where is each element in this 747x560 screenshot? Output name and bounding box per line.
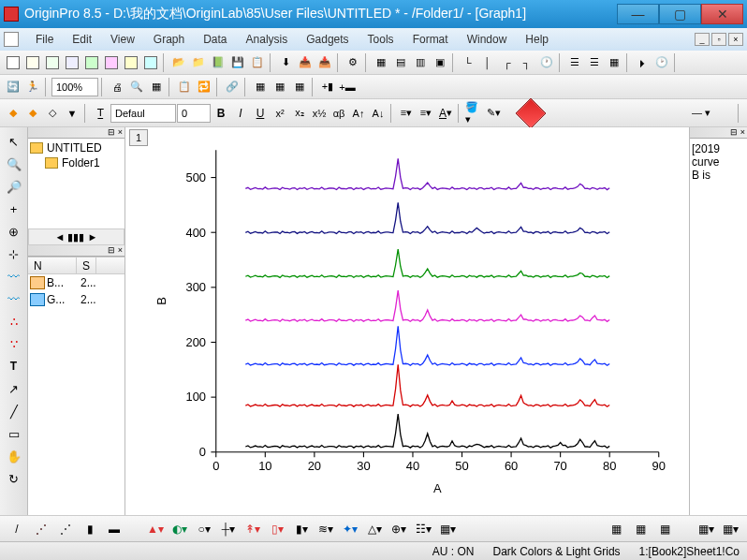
theme1-button[interactable]: ◆: [4, 104, 22, 123]
graph-window[interactable]: 1 01020304050607080900100200300400500AB: [125, 127, 689, 515]
subscript-button[interactable]: x₂: [290, 104, 309, 123]
addcol-button[interactable]: +▮: [318, 78, 337, 96]
run-button[interactable]: 🏃: [23, 78, 42, 96]
linestyle-combo[interactable]: — ▾: [688, 104, 735, 123]
link-button[interactable]: ▦: [605, 53, 623, 72]
smith-plot-button[interactable]: ⊕▾: [389, 520, 408, 538]
layout4-button[interactable]: ▣: [431, 53, 449, 72]
save-button[interactable]: 💾: [228, 53, 247, 72]
menu-data[interactable]: Data: [194, 30, 236, 49]
extract-button[interactable]: ☰: [585, 53, 604, 72]
axis-right-button[interactable]: ┐: [518, 53, 536, 72]
pie-plot-button[interactable]: ◐▾: [170, 520, 189, 538]
wks1-button[interactable]: ▦: [251, 78, 270, 96]
template4-button[interactable]: ▦▾: [696, 520, 715, 538]
bar-plot-button[interactable]: ▬: [105, 520, 124, 538]
valign-button[interactable]: ≡▾: [417, 104, 435, 123]
layout1-button[interactable]: ▦: [372, 53, 390, 72]
font-combo[interactable]: Defaul: [110, 104, 176, 123]
open-template-button[interactable]: 📁: [189, 53, 208, 72]
listview-header-close[interactable]: ⊟ ×: [28, 245, 124, 257]
recalc-button[interactable]: 🔁: [195, 78, 213, 96]
scatter-plot-button[interactable]: ⋰: [32, 520, 51, 538]
new-project-button[interactable]: [4, 53, 22, 72]
import-multi-button[interactable]: 📥: [315, 53, 334, 72]
region-tool[interactable]: ∵: [4, 333, 24, 354]
zoomin-tool[interactable]: 🔍: [4, 154, 24, 174]
axis-bottom-button[interactable]: └: [459, 53, 477, 72]
list-row-graph[interactable]: G...2...: [28, 291, 124, 308]
axis-top-button[interactable]: ┌: [498, 53, 517, 72]
close-button[interactable]: ✕: [701, 4, 743, 24]
zoomout-tool[interactable]: 🔎: [4, 176, 24, 197]
column-plot-button[interactable]: ▮: [81, 520, 99, 538]
fontsize-combo[interactable]: 0: [177, 104, 211, 123]
page-tab-1[interactable]: 1: [129, 129, 148, 146]
theme4-button[interactable]: ▼: [63, 104, 81, 123]
fillcolor-button[interactable]: 🪣▾: [464, 104, 483, 123]
layout3-button[interactable]: ▥: [411, 53, 430, 72]
clock-button[interactable]: 🕑: [652, 53, 671, 72]
tree-root[interactable]: UNTITLED: [30, 140, 123, 155]
menu-format[interactable]: Format: [403, 30, 458, 49]
print-button[interactable]: 🖨: [108, 78, 126, 96]
axis-time-button[interactable]: 🕐: [537, 53, 556, 72]
hand-tool[interactable]: ✋: [4, 446, 24, 466]
area-plot-button[interactable]: ▲▾: [146, 520, 165, 538]
align-button[interactable]: ≡▾: [397, 104, 416, 123]
axis-left-button[interactable]: │: [478, 53, 497, 72]
new-layout-button[interactable]: [102, 53, 121, 72]
duplicate-button[interactable]: 📋: [175, 78, 194, 96]
polar-plot-button[interactable]: ✦▾: [341, 520, 359, 538]
linecolor-button[interactable]: ✎▾: [484, 104, 503, 123]
menu-analysis[interactable]: Analysis: [237, 30, 298, 49]
new-workbook-button[interactable]: [23, 53, 42, 72]
greek-button[interactable]: αβ: [330, 104, 348, 123]
new-matrix-button[interactable]: [43, 53, 62, 72]
menu-file[interactable]: File: [26, 30, 63, 49]
stock-plot-button[interactable]: ┼▾: [219, 520, 238, 538]
rotate-tool[interactable]: ↻: [4, 468, 24, 489]
open-excel-button[interactable]: 📗: [209, 53, 227, 72]
bubble-plot-button[interactable]: ○▾: [195, 520, 213, 538]
superscript-button[interactable]: x²: [271, 104, 289, 123]
results-header-close[interactable]: ⊟ ×: [690, 127, 747, 139]
rect-tool[interactable]: ▭: [4, 423, 24, 444]
list-col-name[interactable]: N: [28, 258, 77, 273]
underline-button[interactable]: U: [251, 104, 270, 123]
vector-plot-button[interactable]: ↟▾: [243, 520, 262, 538]
window-list[interactable]: N S B...2... G...2...: [28, 257, 124, 515]
refresh-button[interactable]: 🔄: [4, 78, 22, 96]
layout2-button[interactable]: ▤: [391, 53, 410, 72]
ternary-plot-button[interactable]: △▾: [365, 520, 384, 538]
list-row-book[interactable]: B...2...: [28, 274, 124, 291]
new-notes-button[interactable]: [122, 53, 140, 72]
line-tool[interactable]: ╱: [4, 401, 24, 421]
wave1-tool[interactable]: 〰: [4, 266, 24, 287]
mdi-minimize-button[interactable]: _: [695, 33, 710, 46]
new-excel-button[interactable]: [82, 53, 101, 72]
multi-plot-button[interactable]: ▮▾: [292, 520, 311, 538]
menu-edit[interactable]: Edit: [63, 30, 101, 49]
text-tool[interactable]: T: [4, 356, 24, 376]
import-ascii-button[interactable]: 📥: [296, 53, 315, 72]
italic-button[interactable]: I: [231, 104, 250, 123]
folder-tree[interactable]: UNTITLED Folder1: [28, 139, 124, 228]
merge-button[interactable]: ☰: [565, 53, 584, 72]
preview-button[interactable]: 🔍: [127, 78, 146, 96]
template3-button[interactable]: ▦: [655, 520, 674, 538]
candle-plot-button[interactable]: ▯▾: [268, 520, 286, 538]
supsub-button[interactable]: x½: [310, 104, 329, 123]
chart-plot[interactable]: 01020304050607080900100200300400500AB: [125, 127, 689, 515]
speed-button[interactable]: ⏵: [633, 53, 652, 72]
pointer-tool[interactable]: ↖: [4, 131, 24, 152]
import-wizard-button[interactable]: ⬇: [276, 53, 295, 72]
menu-window[interactable]: Window: [458, 30, 517, 49]
fontcolor-button[interactable]: A▾: [436, 104, 455, 123]
template2-button[interactable]: ▦: [631, 520, 650, 538]
bold-button[interactable]: B: [212, 104, 230, 123]
save-template-button[interactable]: 📋: [248, 53, 267, 72]
open-button[interactable]: 📂: [169, 53, 188, 72]
new-graph-button[interactable]: [63, 53, 81, 72]
surf-plot-button[interactable]: ▦▾: [438, 520, 457, 538]
